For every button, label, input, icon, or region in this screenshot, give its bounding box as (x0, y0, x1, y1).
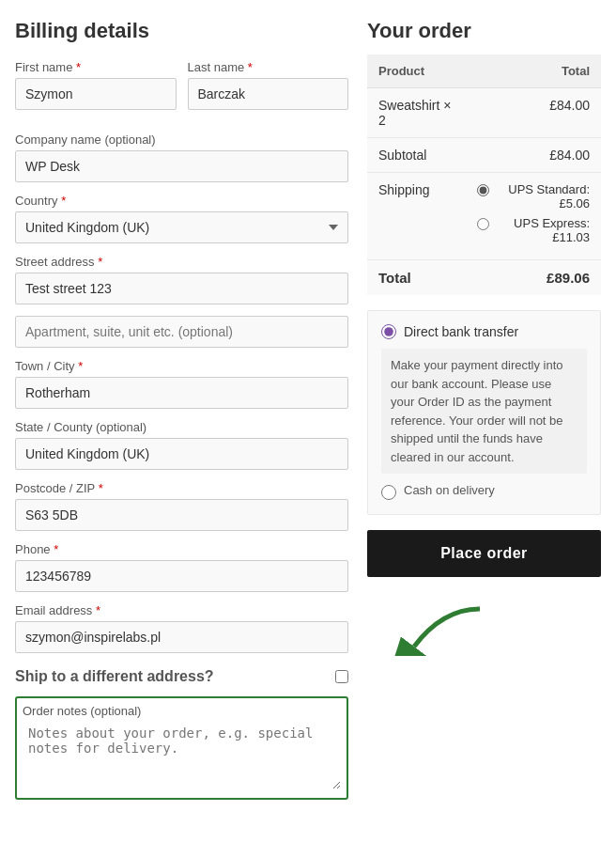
first-name-input[interactable] (15, 78, 177, 110)
ship-different-label: Ship to a different address? (15, 668, 214, 685)
postcode-label: Postcode / ZIP * (15, 481, 348, 495)
order-item-total: £84.00 (466, 88, 601, 138)
order-notes-group: Order notes (optional) (15, 696, 348, 800)
order-table-header: Product Total (367, 55, 601, 88)
total-col-header: Total (466, 55, 601, 88)
first-name-group: First name * (15, 60, 177, 110)
total-row: Total £89.06 (367, 260, 601, 296)
total-label: Total (367, 260, 466, 296)
order-table: Product Total Sweatshirt × 2 £84.00 Subt… (367, 55, 601, 295)
product-col-header: Product (367, 55, 466, 88)
country-group: Country * United Kingdom (UK) (15, 194, 348, 243)
apartment-input[interactable] (15, 316, 348, 348)
subtotal-label: Subtotal (367, 138, 466, 173)
shipping-express-label: UPS Express: £11.03 (495, 216, 590, 244)
state-label: State / County (optional) (15, 420, 348, 434)
cash-delivery-label[interactable]: Cash on delivery (404, 483, 495, 497)
shipping-label: Shipping (367, 173, 466, 260)
order-notes-label: Order notes (optional) (23, 704, 341, 718)
subtotal-value: £84.00 (466, 138, 601, 173)
street-group: Street address * (15, 255, 348, 304)
order-item-row: Sweatshirt × 2 £84.00 (367, 88, 601, 138)
phone-label: Phone * (15, 542, 348, 556)
order-item-name: Sweatshirt × 2 (367, 88, 466, 138)
street-input[interactable] (15, 273, 348, 304)
email-label: Email address * (15, 603, 348, 617)
cash-delivery-radio[interactable] (381, 485, 396, 500)
city-label: Town / City * (15, 359, 348, 373)
state-input[interactable] (15, 438, 348, 470)
shipping-option-express: UPS Express: £11.03 (477, 216, 590, 244)
ship-different-checkbox[interactable] (335, 670, 348, 683)
company-input[interactable] (15, 150, 348, 182)
cash-option: Cash on delivery (381, 483, 587, 501)
direct-bank-description: Make your payment directly into our bank… (381, 349, 587, 474)
order-notes-textarea[interactable] (23, 722, 341, 789)
country-select[interactable]: United Kingdom (UK) (15, 211, 348, 243)
company-label: Company name (optional) (15, 133, 348, 147)
city-group: Town / City * (15, 359, 348, 409)
last-name-input[interactable] (188, 78, 349, 110)
city-input[interactable] (15, 377, 348, 409)
last-name-group: Last name * (188, 60, 349, 110)
state-group: State / County (optional) (15, 420, 348, 470)
postcode-group: Postcode / ZIP * (15, 481, 348, 531)
shipping-radio-express[interactable] (477, 218, 489, 230)
phone-group: Phone * (15, 542, 348, 592)
total-value: £89.06 (466, 260, 601, 296)
green-arrow-icon (377, 600, 489, 656)
apartment-group: document.querySelector('[data-name="apar… (15, 316, 348, 348)
place-order-button[interactable]: Place order (367, 530, 601, 577)
company-group: Company name (optional) (15, 133, 348, 182)
shipping-radio-standard[interactable] (477, 184, 489, 196)
postcode-input[interactable] (15, 499, 348, 531)
shipping-option-standard: UPS Standard: £5.06 (477, 182, 590, 211)
order-section: Your order Product Total Sweatshirt × 2 … (367, 19, 601, 800)
shipping-row: Shipping UPS Standard: £5.06 UPS Express… (367, 173, 601, 260)
direct-bank-label[interactable]: Direct bank transfer (404, 324, 518, 339)
arrow-container (367, 600, 601, 656)
email-group: Email address * (15, 603, 348, 653)
ship-different-row: Ship to a different address? (15, 668, 348, 685)
shipping-options-col: UPS Standard: £5.06 UPS Express: £11.03 (466, 173, 601, 260)
street-label: Street address * (15, 255, 348, 269)
email-input[interactable] (15, 621, 348, 653)
subtotal-row: Subtotal £84.00 (367, 138, 601, 173)
billing-title: Billing details (15, 19, 348, 43)
your-order-title: Your order (367, 19, 601, 43)
direct-bank-option: Direct bank transfer (381, 324, 587, 339)
payment-box: Direct bank transfer Make your payment d… (367, 310, 601, 515)
direct-bank-radio[interactable] (381, 324, 396, 339)
name-row: First name * Last name * (15, 60, 348, 121)
first-name-label: First name * (15, 60, 177, 74)
last-name-label: Last name * (188, 60, 349, 74)
country-label: Country * (15, 194, 348, 208)
shipping-standard-label: UPS Standard: £5.06 (495, 182, 590, 211)
billing-section: Billing details First name * Last name *… (15, 19, 348, 800)
phone-input[interactable] (15, 560, 348, 592)
